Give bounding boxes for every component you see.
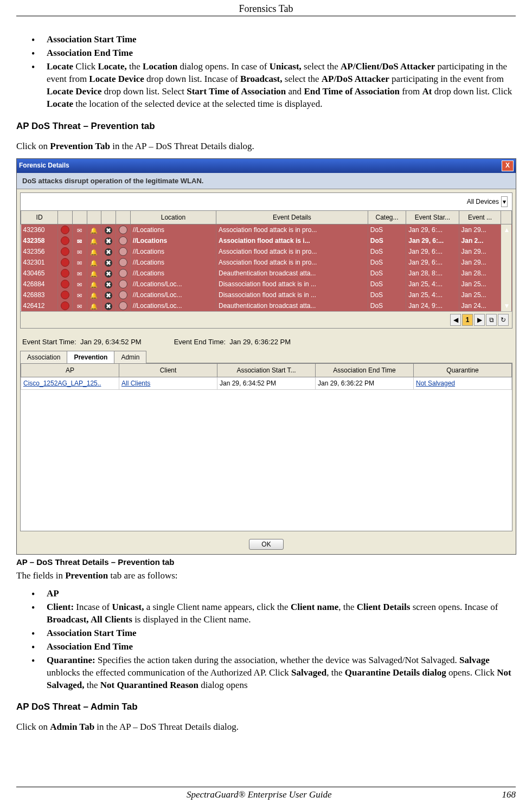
close-icon[interactable]: X <box>502 160 514 171</box>
alert-icon[interactable]: 🔔 <box>90 270 98 278</box>
alert-icon[interactable]: 🔔 <box>90 292 98 299</box>
events-column-header[interactable] <box>87 211 101 224</box>
bullet-item: Quarantine: Specifies the action taken d… <box>31 654 516 692</box>
dialog-subtitle: DoS attacks disrupt operation of the leg… <box>17 173 516 190</box>
pager-page-current[interactable]: 1 <box>462 314 473 326</box>
events-column-header[interactable]: ID <box>21 211 58 224</box>
events-column-header[interactable]: Event Star... <box>406 211 459 224</box>
delete-icon[interactable]: ✖ <box>105 259 112 267</box>
section-lead-admin: Click on Admin Tab in the AP – DoS Threa… <box>16 721 516 734</box>
alert-icon[interactable]: 🔔 <box>90 248 98 256</box>
section-lead-prevention: Click on Prevention Tab in the AP – DoS … <box>16 140 516 153</box>
delete-icon[interactable]: ✖ <box>105 303 112 310</box>
delete-icon[interactable]: ✖ <box>105 270 112 278</box>
pager-tool-icon[interactable]: ⧉ <box>486 314 497 326</box>
footer-book-title: SpectraGuard® Enterprise User Guide <box>187 789 332 800</box>
prevention-empty-area <box>21 390 512 531</box>
events-row[interactable]: 432360✉🔔✖//LocationsAssociation flood at… <box>21 224 512 236</box>
events-column-header[interactable] <box>101 211 116 224</box>
event-start-label: Event Start Time: <box>22 338 76 346</box>
events-column-header[interactable]: Event Details <box>216 211 368 224</box>
mail-icon[interactable]: ✉ <box>76 303 84 310</box>
pager-prev-button[interactable]: ◀ <box>450 314 461 326</box>
events-column-header[interactable]: Location <box>130 211 216 224</box>
detail-icon[interactable] <box>119 226 127 234</box>
detail-icon[interactable] <box>119 301 127 310</box>
bullet-item: AP <box>31 588 516 600</box>
events-row[interactable]: 432358✉🔔✖//LocationsAssociation flood at… <box>21 235 512 246</box>
bottom-bullet-list: APClient: Incase of Unicast, a single Cl… <box>31 588 516 692</box>
device-filter-icon[interactable]: ▾ <box>501 196 508 207</box>
forensic-details-dialog: Forensic Details X DoS attacks disrupt o… <box>16 158 516 555</box>
page-footer: SpectraGuard® Enterprise User Guide 168 <box>16 787 516 800</box>
prevention-row[interactable]: Cisco_1252AG_LAP_125.. All Clients Jan 2… <box>21 377 512 389</box>
detail-icon[interactable] <box>119 247 127 256</box>
tab-association[interactable]: Association <box>20 351 67 363</box>
prevention-client[interactable]: All Clients <box>119 377 217 389</box>
detail-icon[interactable] <box>119 236 127 245</box>
events-row[interactable]: 432301✉🔔✖//LocationsAssociation flood at… <box>21 257 512 268</box>
mail-icon[interactable]: ✉ <box>76 248 84 256</box>
mail-icon[interactable]: ✉ <box>76 259 84 267</box>
events-row[interactable]: 432356✉🔔✖//LocationsAssociation flood at… <box>21 246 512 257</box>
bullet-item: Association Start Time <box>31 627 516 640</box>
prevention-quarantine[interactable]: Not Salvaged <box>414 377 512 389</box>
pager-refresh-icon[interactable]: ↻ <box>498 314 509 326</box>
mail-icon[interactable]: ✉ <box>76 227 84 234</box>
alert-icon[interactable]: 🔔 <box>90 259 98 267</box>
pager-next-button[interactable]: ▶ <box>474 314 485 326</box>
tab-prevention[interactable]: Prevention <box>67 351 114 363</box>
severity-icon <box>61 291 69 299</box>
events-column-header[interactable] <box>72 211 87 224</box>
delete-icon[interactable]: ✖ <box>105 281 112 288</box>
ok-button[interactable]: OK <box>249 539 283 550</box>
events-row[interactable]: 430465✉🔔✖//LocationsDeauthentication bro… <box>21 268 512 279</box>
figure-caption: AP – DoS Threat Details – Prevention tab <box>16 557 516 568</box>
mail-icon[interactable]: ✉ <box>76 292 84 299</box>
top-bullet-list: Association Start TimeAssociation End Ti… <box>31 34 516 111</box>
prevention-assoc-end: Jan 29, 6:36:22 PM <box>316 377 414 389</box>
mail-icon[interactable]: ✉ <box>76 237 84 245</box>
dialog-title: Forensic Details <box>19 161 69 170</box>
bullet-item: Association End Time <box>31 641 516 653</box>
delete-icon[interactable]: ✖ <box>105 227 112 234</box>
events-row[interactable]: 426412✉🔔✖//Locations/Loc...Deauthenticat… <box>21 300 512 311</box>
mail-icon[interactable]: ✉ <box>76 270 84 278</box>
alert-icon[interactable]: 🔔 <box>90 227 98 234</box>
tab-admin[interactable]: Admin <box>114 351 146 363</box>
bullet-item: Client: Incase of Unicast, a single Clie… <box>31 601 516 626</box>
prevention-column-header[interactable]: Association Start T... <box>217 363 316 377</box>
prevention-column-header[interactable]: AP <box>21 363 119 377</box>
alert-icon[interactable]: 🔔 <box>90 237 98 245</box>
detail-icon[interactable] <box>119 280 127 288</box>
events-column-header[interactable] <box>58 211 73 224</box>
section-heading-prevention: AP DoS Threat – Prevention tab <box>16 120 516 133</box>
mail-icon[interactable]: ✉ <box>76 281 84 288</box>
severity-icon <box>61 236 69 245</box>
bullet-item: Association Start Time <box>31 34 516 46</box>
events-table: IDLocationEvent DetailsCateg...Event Sta… <box>21 210 512 311</box>
detail-icon[interactable] <box>119 291 127 299</box>
prevention-column-header[interactable]: Client <box>119 363 217 377</box>
event-end-label: Event End Time: <box>174 338 226 346</box>
prevention-column-header[interactable]: Quarantine <box>414 363 512 377</box>
events-column-header[interactable]: Event ... <box>459 211 501 224</box>
device-filter-label: All Devices <box>467 197 499 206</box>
prevention-ap[interactable]: Cisco_1252AG_LAP_125.. <box>21 377 119 389</box>
alert-icon[interactable]: 🔔 <box>90 303 98 310</box>
prevention-assoc-start: Jan 29, 6:34:52 PM <box>217 377 316 389</box>
events-column-header[interactable]: Categ... <box>368 211 406 224</box>
delete-icon[interactable]: ✖ <box>105 237 112 245</box>
severity-icon <box>61 258 69 267</box>
alert-icon[interactable]: 🔔 <box>90 281 98 288</box>
severity-icon <box>61 280 69 288</box>
delete-icon[interactable]: ✖ <box>105 248 112 256</box>
detail-icon[interactable] <box>119 258 127 267</box>
detail-icon[interactable] <box>119 269 127 278</box>
severity-icon <box>61 269 69 278</box>
delete-icon[interactable]: ✖ <box>105 292 112 299</box>
events-column-header[interactable] <box>116 211 131 224</box>
events-row[interactable]: 426884✉🔔✖//Locations/Loc...Disassociatio… <box>21 279 512 290</box>
prevention-column-header[interactable]: Association End Time <box>316 363 414 377</box>
events-row[interactable]: 426883✉🔔✖//Locations/Loc...Disassociatio… <box>21 290 512 300</box>
